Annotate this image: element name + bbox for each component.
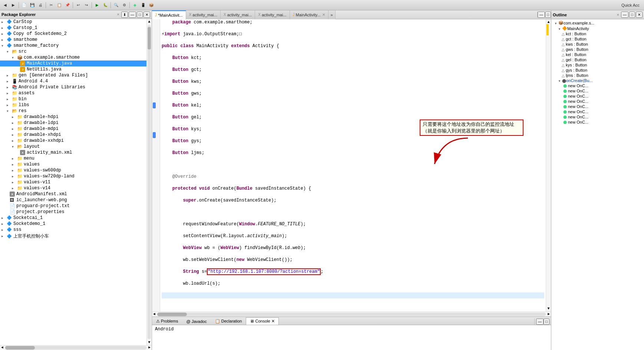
editor-vertical-scrollbar[interactable]: ▲ ▼ bbox=[546, 19, 551, 311]
bottom-tab-console[interactable]: 🖥 Console ✕ bbox=[246, 317, 278, 325]
tree-item-drawable-xhdpi[interactable]: 📁 drawable-xhdpi bbox=[0, 132, 146, 138]
editor-tab-activity2[interactable]: X activity_mai... bbox=[221, 10, 255, 19]
tree-item-layout[interactable]: 📂 layout bbox=[0, 144, 146, 150]
tree-scroll-up[interactable]: ▲ bbox=[147, 19, 152, 24]
editor-tab-mainactivity-active[interactable]: J *MainActivit... bbox=[152, 10, 186, 19]
bottom-tab-problems[interactable]: ⚠ Problems bbox=[152, 317, 182, 325]
hscroll-track[interactable] bbox=[5, 346, 146, 350]
tree-item-activity-main-xml[interactable]: X activity_main.xml bbox=[0, 150, 146, 156]
hscroll-left-btn[interactable]: ◄ bbox=[0, 346, 4, 350]
panel-collapse-btn[interactable]: ⬇ bbox=[121, 12, 128, 18]
tree-item-carstop[interactable]: 🔷 CarStop bbox=[0, 19, 146, 25]
outline-item-newonc-6[interactable]: ⬤ new OnC... bbox=[551, 109, 644, 114]
toolbar-print[interactable]: 🖨 bbox=[37, 1, 44, 9]
toolbar-save[interactable]: 💾 bbox=[29, 1, 36, 9]
outline-item-newonc-7[interactable]: ⬤ new OnC... bbox=[551, 114, 644, 120]
tree-item-socketcai1[interactable]: 🔷 Socketcai_1 bbox=[0, 215, 146, 221]
bottom-tab-declaration[interactable]: 📋 Declaration bbox=[211, 317, 246, 325]
editor-scroll-down[interactable]: ▼ bbox=[547, 307, 549, 311]
editor-tab-mainactivity2[interactable]: J MainActivity... ✕ bbox=[290, 10, 328, 19]
toolbar-copy[interactable]: 📋 bbox=[56, 1, 63, 9]
tree-item-values-sw720dp-land[interactable]: 📁 values-sw720dp-land bbox=[0, 173, 146, 179]
tree-item-values-v11[interactable]: 📁 values-v11 bbox=[0, 179, 146, 185]
outline-item-newonc-2[interactable]: ⬤ new OnC... bbox=[551, 88, 644, 94]
tree-item-project-props[interactable]: 📄 project.properties bbox=[0, 209, 146, 215]
outline-item-kys[interactable]: △ kys : Button bbox=[551, 62, 644, 68]
editor-minimize-btn[interactable]: — bbox=[538, 12, 545, 18]
tree-scroll-down[interactable]: ▼ bbox=[147, 340, 152, 345]
tree-item-values[interactable]: 📁 values bbox=[0, 161, 146, 167]
bottom-minimize-btn[interactable]: — bbox=[536, 318, 544, 325]
outline-item-gel[interactable]: △ gel : Button bbox=[551, 57, 644, 62]
outline-item-mainactivity-class[interactable]: 🔶 MainActivity bbox=[551, 26, 644, 31]
tree-item-smarthome[interactable]: 🔷 smarthome bbox=[0, 37, 146, 43]
toolbar-debug[interactable]: 🐛 bbox=[102, 1, 109, 9]
panel-close-btn[interactable]: ✕ bbox=[143, 12, 150, 18]
hscroll-right-btn[interactable]: ► bbox=[147, 346, 152, 350]
outline-item-gct[interactable]: △ gct : Button bbox=[551, 36, 644, 42]
toolbar-paste[interactable]: 📌 bbox=[64, 1, 71, 9]
outline-close-btn[interactable]: ✕ bbox=[636, 12, 643, 18]
tree-item-drawable-mdpi[interactable]: 📁 drawable-mdpi bbox=[0, 126, 146, 132]
tree-item-socketdemo1[interactable]: 🔷 Socketdemo_1 bbox=[0, 221, 146, 227]
outline-item-oncreate[interactable]: ⬤ onCreate(Bu... bbox=[551, 78, 644, 83]
toolbar-cut[interactable]: ✂ bbox=[47, 1, 55, 9]
tree-item-bin[interactable]: 📁 bin bbox=[0, 96, 146, 102]
tree-item-smarthome-factory[interactable]: 🔷 smarthome_factory bbox=[0, 43, 146, 49]
toolbar-avd[interactable]: 📱 bbox=[139, 1, 147, 9]
code-hscroll-left[interactable]: ◄ bbox=[152, 312, 156, 316]
editor-maximize-btn[interactable]: □ bbox=[545, 12, 551, 18]
outline-item-newonc-4[interactable]: ⬤ new OnC... bbox=[551, 99, 644, 104]
editor-tab-more[interactable]: » bbox=[328, 10, 336, 19]
tree-item-assets[interactable]: 📁 assets bbox=[0, 90, 146, 96]
tree-item-com-example[interactable]: 📦 com.example.smarthome bbox=[0, 55, 146, 60]
tree-item-menu[interactable]: 📁 menu bbox=[0, 156, 146, 161]
outline-item-ljms[interactable]: △ ljms : Button bbox=[551, 73, 644, 78]
code-content-area[interactable]: package com.example.smarthome; ⚡import j… bbox=[160, 19, 546, 311]
toolbar-run[interactable]: ▶ bbox=[93, 1, 101, 9]
tree-horizontal-scrollbar[interactable]: ◄ ► bbox=[0, 345, 152, 350]
toolbar-btn-1[interactable]: ◀ bbox=[1, 1, 9, 9]
tree-item-netutils-java[interactable]: J NetUtils.java bbox=[0, 66, 146, 72]
outline-item-kws[interactable]: △ kws : Button bbox=[551, 42, 644, 47]
tree-scroll-track[interactable] bbox=[148, 25, 151, 338]
code-hscroll-track[interactable] bbox=[157, 313, 546, 316]
toolbar-new[interactable]: 📄 bbox=[20, 1, 28, 9]
editor-tab-activity3[interactable]: X activity_mai... bbox=[255, 10, 290, 19]
toolbar-undo[interactable]: ↩ bbox=[75, 1, 82, 9]
tree-item-drawable-hdpi[interactable]: 📁 drawable-hdpi bbox=[0, 114, 146, 120]
code-horizontal-scrollbar[interactable]: ◄ ► bbox=[152, 311, 551, 317]
tree-item-carstop1[interactable]: 🔷 Carstop_1 bbox=[0, 25, 146, 31]
tree-item-values-v14[interactable]: 📁 values-v14 bbox=[0, 185, 146, 191]
toolbar-search[interactable]: 🔍 bbox=[112, 1, 120, 9]
tree-item-androidprivate[interactable]: 📚 Android Private Libraries bbox=[0, 84, 146, 90]
tree-item-drawable-ldpi[interactable]: 📁 drawable-ldpi bbox=[0, 120, 146, 126]
code-editor[interactable]: package com.example.smarthome; ⚡import j… bbox=[152, 19, 551, 311]
tree-item-mainactivity-java[interactable]: J MainActivity.java bbox=[0, 60, 146, 66]
outline-item-newonc-8[interactable]: ⬤ new OnC... bbox=[551, 120, 644, 125]
outline-minimize-btn[interactable]: — bbox=[621, 12, 628, 18]
outline-maximize-btn[interactable]: □ bbox=[629, 12, 635, 18]
outline-item-gys[interactable]: △ gys : Button bbox=[551, 68, 644, 73]
outline-item-newonc-1[interactable]: ⬤ new OnC... bbox=[551, 83, 644, 88]
tree-item-shang-car[interactable]: 🔷 上官手机控制小车 bbox=[0, 233, 146, 240]
outline-item-kct[interactable]: △ kct : Button bbox=[551, 31, 644, 36]
outline-item-newonc-3[interactable]: ⬤ new OnC... bbox=[551, 94, 644, 99]
outline-item-package[interactable]: 📦 com.example.s... bbox=[551, 20, 644, 26]
tree-item-copysocket[interactable]: 🔷 Copy of Socketdemo_2 bbox=[0, 31, 146, 37]
tree-item-proguard[interactable]: 📄 proguard-project.txt bbox=[0, 203, 146, 209]
tree-item-values-sw600dp[interactable]: 📁 values-sw600dp bbox=[0, 167, 146, 173]
outline-item-gws[interactable]: △ gws : Button bbox=[551, 47, 644, 52]
toolbar-redo[interactable]: ↪ bbox=[83, 1, 90, 9]
tree-item-sss[interactable]: 🔷 sss bbox=[0, 227, 146, 233]
outline-item-newonc-5[interactable]: ⬤ new OnC... bbox=[551, 104, 644, 109]
tab-close-mainactivity2[interactable]: ✕ bbox=[322, 13, 325, 17]
bottom-tab-javadoc[interactable]: @ Javadoc bbox=[182, 317, 211, 325]
tree-item-android44[interactable]: 📱 Android 4.4 bbox=[0, 78, 146, 84]
tree-item-drawable-xxhdpi[interactable]: 📁 drawable-xxhdpi bbox=[0, 138, 146, 144]
panel-maximize-btn[interactable]: □ bbox=[137, 12, 143, 18]
toolbar-sdk[interactable]: 📦 bbox=[148, 1, 155, 9]
tree-vertical-scrollbar[interactable]: ▲ ▼ bbox=[146, 19, 152, 345]
panel-minimize-btn[interactable]: — bbox=[129, 12, 136, 18]
code-hscroll-right[interactable]: ► bbox=[546, 312, 551, 316]
